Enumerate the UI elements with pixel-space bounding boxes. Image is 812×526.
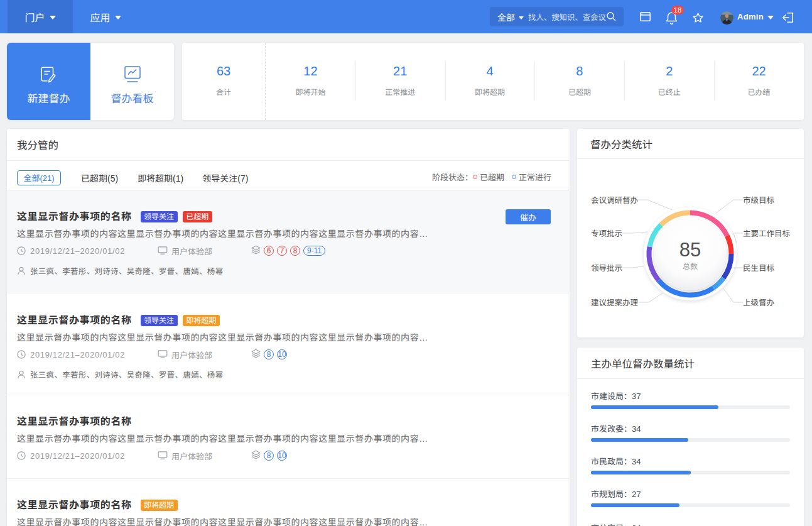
svg-text:专项批示: 专项批示 (591, 229, 622, 238)
svg-text:主要工作目标: 主要工作目标 (743, 229, 790, 238)
svg-text:85: 85 (679, 239, 701, 261)
svg-text:会议调研督办: 会议调研督办 (591, 196, 638, 205)
svg-text:领导批示: 领导批示 (591, 264, 622, 273)
svg-text:建议提案办理: 建议提案办理 (591, 299, 639, 307)
svg-text:民生目标: 民生目标 (743, 264, 774, 273)
svg-text:总数: 总数 (683, 262, 698, 271)
svg-text:市级目标: 市级目标 (743, 196, 774, 205)
svg-text:上级督办: 上级督办 (743, 299, 774, 307)
